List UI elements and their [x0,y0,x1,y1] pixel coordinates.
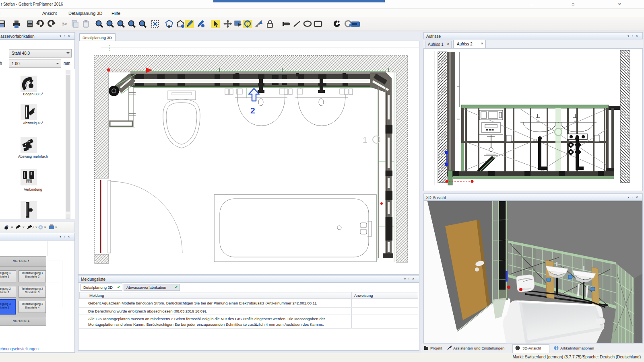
svg-text:1: 1 [363,135,367,144]
svg-text:A: A [33,226,35,229]
svg-text:1:8: 1:8 [27,180,31,183]
svg-text:✂: ✂ [62,21,68,28]
svg-text:2: 2 [250,106,255,115]
